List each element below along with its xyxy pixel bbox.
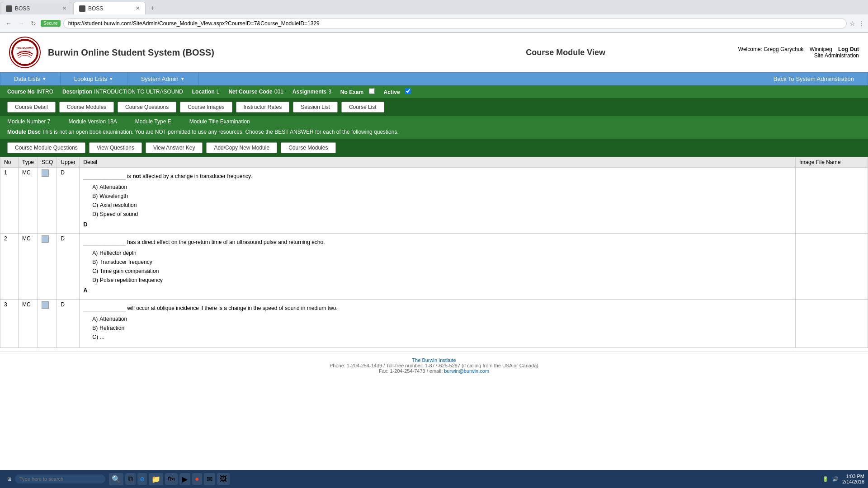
svg-text:THE BURWIN: THE BURWIN [16, 47, 33, 49]
question-image-file [796, 168, 868, 234]
url-bar[interactable] [63, 19, 847, 28]
nav-back-to-system[interactable]: Back To System Administration [760, 73, 868, 85]
module-info-bar: Module Number 7 Module Version 18A Modul… [0, 116, 868, 127]
answer-option: D)Speed of sound [92, 210, 792, 218]
footer-phone: Phone: 1-204-254-1439 / Toll-free number… [5, 363, 863, 368]
course-modules-action-button[interactable]: Course Modules [281, 142, 335, 153]
question-image-file [796, 300, 868, 348]
course-images-button[interactable]: Course Images [180, 102, 232, 113]
back-button[interactable]: ← [4, 19, 14, 28]
taskbar-app-ie[interactable]: e [137, 473, 147, 485]
question-seq[interactable] [38, 234, 57, 300]
question-type: MC [19, 234, 38, 300]
question-no: 2 [0, 234, 19, 300]
instructor-rates-button[interactable]: Instructor Rates [236, 102, 290, 113]
bookmark-icon[interactable]: ☆ [849, 20, 855, 27]
module-desc-bar: Module Desc This is not an open book exa… [0, 127, 868, 139]
no-exam-checkbox[interactable] [369, 88, 375, 94]
correct-answer: A [83, 287, 792, 294]
answer-option: A)Reflector depth [92, 249, 792, 257]
page-title: Course Module View [393, 48, 738, 57]
course-module-questions-button[interactable]: Course Module Questions [7, 142, 85, 153]
view-questions-button[interactable]: View Questions [89, 142, 142, 153]
seq-icon[interactable] [42, 169, 49, 177]
site-title: Burwin Online Student System (BOSS) [48, 47, 393, 58]
view-answer-key-button[interactable]: View Answer Key [146, 142, 203, 153]
col-detail: Detail [80, 157, 796, 168]
course-list-button[interactable]: Course List [341, 102, 384, 113]
tab-2-label: BOSS [88, 5, 103, 12]
course-actions: Course Detail Course Modules Course Ques… [0, 98, 868, 116]
nav-system-admin[interactable]: System Admin ▼ [127, 73, 199, 85]
module-type-label: Module Type [135, 118, 166, 125]
secure-badge: Secure [41, 20, 61, 27]
tab-1-close[interactable]: ✕ [62, 5, 66, 11]
taskbar-app-photos[interactable]: 🖼 [217, 473, 230, 485]
question-image-file [796, 234, 868, 300]
nav-bar: Data Lists ▼ Lookup Lists ▼ System Admin… [0, 72, 868, 85]
question-upper: D [57, 168, 80, 234]
question-type: MC [19, 168, 38, 234]
taskbar-app-chrome[interactable]: ● [192, 473, 202, 485]
question-detail: ______________ has a direct effect on th… [80, 234, 796, 300]
tab-2-close[interactable]: ✕ [136, 5, 140, 11]
description-value: INTRODUCTION TO ULTRASOUND [94, 89, 183, 95]
tab-favicon-1 [6, 5, 12, 12]
tab-2[interactable]: BOSS ✕ [73, 2, 146, 14]
new-tab-button[interactable]: + [146, 2, 159, 14]
taskbar-app-cortana[interactable]: 🔍 [109, 473, 123, 485]
nav-data-lists[interactable]: Data Lists ▼ [0, 73, 61, 85]
start-button[interactable]: ⊞ [4, 474, 15, 484]
answer-option: D)Pulse repetition frequency [92, 276, 792, 284]
add-copy-new-module-button[interactable]: Add/Copy New Module [206, 142, 277, 153]
course-no-label: Course No [7, 89, 35, 95]
question-no: 1 [0, 168, 19, 234]
logo: THE BURWIN INSTITUTE [9, 37, 41, 68]
session-list-button[interactable]: Session List [293, 102, 338, 113]
footer-email-link[interactable]: burwin@burwin.com [444, 368, 489, 374]
question-type: MC [19, 300, 38, 348]
col-image-file-name: Image File Name [796, 157, 868, 168]
nav-lookup-lists-arrow: ▼ [109, 76, 113, 81]
table-row: 1MCD______________ is not affected by a … [0, 168, 868, 234]
nav-lookup-lists[interactable]: Lookup Lists ▼ [61, 73, 127, 85]
answer-option: C)Time gain compensation [92, 267, 792, 275]
seq-icon[interactable] [42, 301, 49, 309]
logout-link[interactable]: Log Out [838, 46, 859, 52]
question-detail: ______________ will occur at oblique inc… [80, 300, 796, 348]
footer-fax: Fax: 1-204-254-7473 / email: burwin@burw… [5, 368, 863, 374]
module-desc-value: This is not an open book examination. Yo… [42, 129, 399, 135]
taskbar-battery: 🔋 [822, 476, 829, 482]
course-detail-button[interactable]: Course Detail [7, 102, 56, 113]
course-modules-button[interactable]: Course Modules [59, 102, 114, 113]
active-checkbox[interactable] [405, 88, 411, 94]
taskbar-search[interactable] [15, 474, 105, 483]
course-questions-button[interactable]: Course Questions [118, 102, 176, 113]
course-info-bar: Course NoINTRO DescriptionINTRODUCTION T… [0, 85, 868, 98]
taskbar-app-mail[interactable]: ✉ [204, 473, 215, 485]
footer-org-link[interactable]: The Burwin Institute [412, 357, 456, 363]
course-no-value: INTRO [37, 89, 53, 95]
module-actions: Course Module Questions View Questions V… [0, 139, 868, 157]
module-number-value: 7 [47, 118, 51, 125]
taskbar-app-folder[interactable]: 📁 [149, 473, 163, 485]
net-course-code-label: Net Course Code [228, 89, 272, 95]
questions-table: No Type SEQ Upper Detail Image File Name… [0, 157, 868, 348]
settings-icon[interactable]: ⋮ [858, 20, 864, 27]
answer-option: A)Attenuation [92, 183, 792, 191]
question-seq[interactable] [38, 300, 57, 348]
site-admin-label: Site Administration [814, 52, 859, 59]
taskbar-app-store[interactable]: 🛍 [165, 473, 178, 485]
seq-icon[interactable] [42, 235, 49, 243]
forward-button[interactable]: → [16, 19, 26, 28]
refresh-button[interactable]: ↻ [29, 19, 38, 28]
tab-1[interactable]: BOSS ✕ [0, 2, 72, 14]
module-title-label: Module Title [189, 118, 219, 125]
taskbar-volume: 🔊 [832, 476, 839, 482]
answer-option: A)Attenuation [92, 315, 792, 323]
taskbar-app-media[interactable]: ▶ [179, 473, 190, 485]
taskbar-app-task-view[interactable]: ⧉ [125, 473, 136, 485]
question-detail: ______________ is not affected by a chan… [80, 168, 796, 234]
tab-1-label: BOSS [15, 5, 30, 12]
question-seq[interactable] [38, 168, 57, 234]
